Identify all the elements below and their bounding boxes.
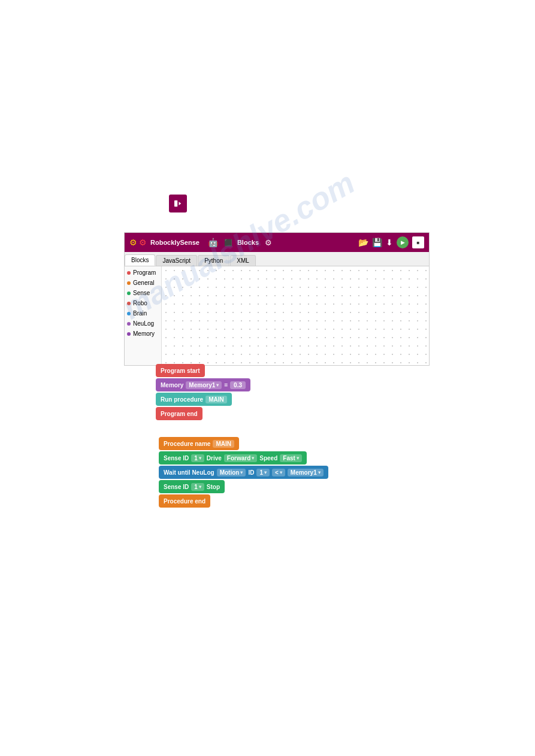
sidebar-item-robo[interactable]: Robo bbox=[125, 298, 161, 308]
id-label2: ID bbox=[248, 469, 254, 476]
sense-stop-block[interactable]: Sense ID 1 ▾ Stop bbox=[159, 480, 225, 493]
memory-eq: = bbox=[224, 382, 228, 388]
folder-icon[interactable]: 📂 bbox=[358, 238, 368, 247]
blocks-nav-icon: ⬛ bbox=[224, 239, 232, 247]
settings-icon[interactable]: ⚙ bbox=[265, 238, 272, 247]
speed-label: Speed bbox=[259, 455, 277, 462]
program-end-row: Program end bbox=[156, 407, 250, 420]
run-procedure-block[interactable]: Run procedure MAIN bbox=[156, 393, 232, 406]
procedure-blocks-area: Procedure name MAIN Sense ID 1 ▾ Drive F… bbox=[159, 437, 328, 509]
speed-arrow: ▾ bbox=[297, 456, 299, 461]
sidebar-item-program[interactable]: Program bbox=[125, 268, 161, 278]
sidebar-item-neulog[interactable]: NeuLog bbox=[125, 318, 161, 329]
program-dot bbox=[127, 271, 131, 275]
program-end-block[interactable]: Program end bbox=[156, 407, 202, 420]
sidebar: Program General Sense Robo Brain NeuLog bbox=[125, 266, 162, 365]
download-icon[interactable]: ⬇ bbox=[386, 238, 393, 247]
program-end-label: Program end bbox=[161, 411, 198, 417]
memory-block-row: Memory Memory1 ▾ = 0.3 bbox=[156, 378, 250, 391]
memory-dot bbox=[127, 332, 131, 336]
sidebar-label-neulog: NeuLog bbox=[133, 320, 154, 327]
drive-direction-tag[interactable]: Forward ▾ bbox=[224, 454, 257, 462]
sidebar-item-memory[interactable]: Memory bbox=[125, 329, 161, 339]
sidebar-label-program: Program bbox=[133, 269, 156, 276]
procedure-end-block[interactable]: Procedure end bbox=[159, 494, 210, 508]
app-window: ⚙ ⚙ RobocklySense 🤖 ⬛ Blocks ⚙ 📂 💾 ⬇ ▶ ■… bbox=[124, 232, 430, 366]
workspace[interactable] bbox=[162, 266, 429, 365]
run-button[interactable]: ▶ bbox=[397, 236, 409, 248]
sidebar-label-brain: Brain bbox=[133, 310, 147, 317]
tab-python[interactable]: Python bbox=[198, 255, 229, 266]
wait-neulog-row: Wait until NeuLog Motion ▾ ID 1 ▾ < ▾ Me… bbox=[159, 466, 328, 479]
sidebar-item-brain[interactable]: Brain bbox=[125, 308, 161, 318]
compare-arrow: ▾ bbox=[280, 470, 282, 475]
sense-id2-tag[interactable]: 1 ▾ bbox=[191, 483, 204, 491]
svg-rect-0 bbox=[174, 201, 177, 207]
header-bar: ⚙ ⚙ RobocklySense 🤖 ⬛ Blocks ⚙ 📂 💾 ⬇ ▶ ■… bbox=[125, 233, 429, 252]
program-start-block[interactable]: Program start bbox=[156, 364, 205, 377]
sense-drive-row: Sense ID 1 ▾ Drive Forward ▾ Speed Fast … bbox=[159, 451, 328, 464]
procedure-end-row: Procedure end bbox=[159, 494, 328, 508]
sense-id-label: Sense ID bbox=[164, 455, 189, 462]
procedure-name-row: Procedure name MAIN bbox=[159, 437, 328, 450]
memory-block[interactable]: Memory Memory1 ▾ = 0.3 bbox=[156, 378, 250, 391]
sidebar-label-robo: Robo bbox=[133, 300, 147, 306]
memory-dropdown-arrow: ▾ bbox=[216, 382, 219, 388]
robo-dot bbox=[127, 302, 131, 305]
procedure-name-block[interactable]: Procedure name MAIN bbox=[159, 437, 239, 450]
tabs-row: Blocks JavaScript Python XML bbox=[125, 252, 429, 266]
neulog-type-tag[interactable]: Motion ▾ bbox=[217, 469, 246, 476]
logo-gear2-icon: ⚙ bbox=[139, 238, 147, 247]
id-arrow: ▾ bbox=[264, 470, 267, 475]
sense-dot bbox=[127, 292, 131, 295]
neulog-dot bbox=[127, 322, 131, 326]
general-dot bbox=[127, 281, 131, 285]
sense-id2-arrow: ▾ bbox=[199, 484, 201, 490]
robot-icon: 🤖 bbox=[208, 238, 218, 247]
blocks-nav-label[interactable]: Blocks bbox=[237, 239, 259, 246]
run-procedure-row: Run procedure MAIN bbox=[156, 393, 250, 406]
stop-label: Stop bbox=[207, 484, 220, 490]
memory-value[interactable]: 0.3 bbox=[230, 381, 246, 389]
program-start-row: Program start bbox=[156, 364, 250, 377]
program-blocks-area: Program start Memory Memory1 ▾ = 0.3 Run… bbox=[156, 364, 250, 421]
procedure-name-value: MAIN bbox=[213, 440, 234, 448]
app-logo: ⚙ ⚙ bbox=[129, 238, 147, 247]
robockly-icon bbox=[169, 195, 187, 212]
logo-gear1-icon: ⚙ bbox=[129, 238, 137, 247]
sense-id2-label: Sense ID bbox=[164, 484, 189, 490]
app-title: RobocklySense bbox=[150, 239, 200, 246]
procedure-end-label: Procedure end bbox=[164, 498, 205, 505]
sidebar-item-general[interactable]: General bbox=[125, 278, 161, 288]
program-start-label: Program start bbox=[161, 368, 200, 374]
compare-tag[interactable]: < ▾ bbox=[272, 469, 285, 476]
tab-blocks[interactable]: Blocks bbox=[125, 254, 155, 266]
memory-var-tag[interactable]: Memory1 ▾ bbox=[186, 381, 222, 389]
sense-stop-row: Sense ID 1 ▾ Stop bbox=[159, 480, 328, 493]
memory-label: Memory bbox=[161, 382, 183, 388]
tab-javascript[interactable]: JavaScript bbox=[156, 255, 197, 266]
drive-arrow: ▾ bbox=[252, 456, 254, 461]
sense-drive-block[interactable]: Sense ID 1 ▾ Drive Forward ▾ Speed Fast … bbox=[159, 451, 307, 464]
tab-xml[interactable]: XML bbox=[230, 255, 256, 266]
sense-id-tag[interactable]: 1 ▾ bbox=[191, 454, 204, 462]
id-val-tag[interactable]: 1 ▾ bbox=[256, 469, 270, 476]
sidebar-label-general: General bbox=[133, 280, 155, 286]
brain-dot bbox=[127, 312, 131, 315]
drive-label: Drive bbox=[207, 455, 222, 462]
speed-tag[interactable]: Fast ▾ bbox=[280, 454, 302, 462]
procedure-name-label: Procedure name bbox=[164, 441, 210, 447]
run-procedure-label: Run procedure bbox=[161, 396, 203, 403]
wait-label: Wait until NeuLog bbox=[164, 469, 214, 476]
sense-id-arrow: ▾ bbox=[199, 456, 201, 461]
neulog-arrow: ▾ bbox=[240, 470, 243, 475]
wait-neulog-block[interactable]: Wait until NeuLog Motion ▾ ID 1 ▾ < ▾ Me… bbox=[159, 466, 328, 479]
save-icon[interactable]: 💾 bbox=[372, 238, 382, 247]
stop-button[interactable]: ■ bbox=[412, 236, 424, 248]
header-actions: 📂 💾 ⬇ ▶ ■ bbox=[358, 236, 424, 248]
sidebar-item-sense[interactable]: Sense bbox=[125, 288, 161, 298]
memory-ref-tag[interactable]: Memory1 ▾ bbox=[288, 469, 324, 476]
content-area: Program General Sense Robo Brain NeuLog bbox=[125, 266, 429, 365]
sidebar-label-memory: Memory bbox=[133, 330, 155, 337]
sidebar-label-sense: Sense bbox=[133, 290, 150, 296]
